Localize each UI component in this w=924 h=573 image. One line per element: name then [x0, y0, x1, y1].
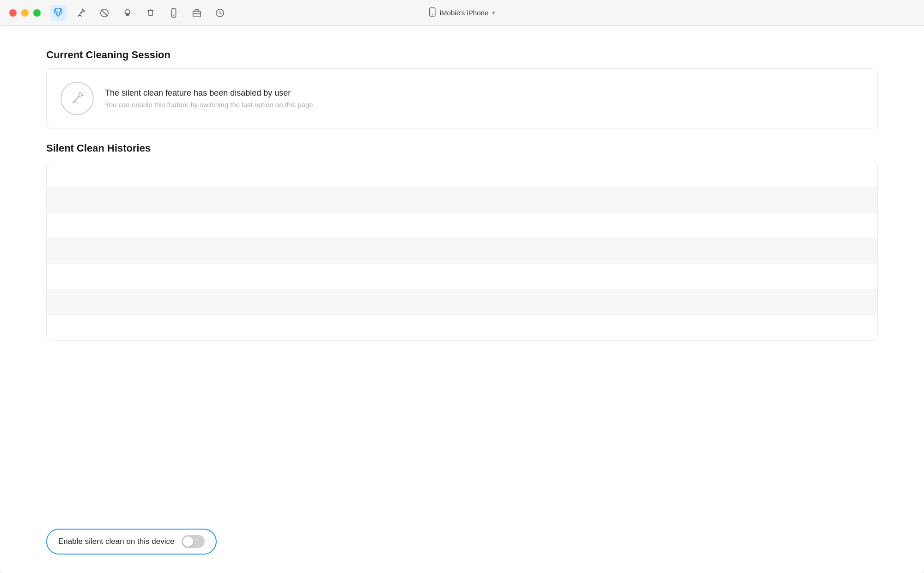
device-name-display: iMobie's iPhone ▾ — [429, 7, 495, 18]
current-session-section: Current Cleaning Session The silent clea… — [46, 49, 878, 128]
current-session-title: Current Cleaning Session — [46, 49, 878, 61]
histories-title: Silent Clean Histories — [46, 142, 878, 154]
traffic-lights — [9, 9, 41, 17]
status-main-text: The silent clean feature has been disabl… — [105, 88, 315, 98]
table-row — [47, 315, 877, 340]
main-content: Current Cleaning Session The silent clea… — [0, 26, 924, 573]
face-mask-icon[interactable] — [119, 5, 136, 21]
toggle-label: Enable silent clean on this device — [58, 537, 174, 546]
bucket-icon[interactable] — [142, 5, 159, 21]
privacy-icon[interactable] — [96, 5, 113, 21]
enable-silent-clean-toggle[interactable] — [182, 535, 205, 548]
enable-silent-clean-container[interactable]: Enable silent clean on this device — [46, 529, 217, 555]
table-row — [47, 162, 877, 188]
status-card: The silent clean feature has been disabl… — [46, 68, 878, 128]
history-icon[interactable] — [212, 5, 228, 21]
histories-table — [46, 162, 878, 341]
svg-line-1 — [101, 10, 108, 16]
clean-tool-icon[interactable] — [73, 5, 90, 21]
table-row — [47, 188, 877, 213]
phone-icon — [429, 7, 436, 18]
maximize-button[interactable] — [33, 9, 41, 17]
titlebar: iMobie's iPhone ▾ — [0, 0, 924, 26]
briefcase-icon[interactable] — [188, 5, 205, 21]
histories-section: Silent Clean Histories — [46, 142, 878, 341]
toolbar — [50, 5, 228, 21]
airdrop-icon[interactable] — [50, 5, 67, 21]
app-window: iMobie's iPhone ▾ Current Cleaning Sessi… — [0, 0, 924, 573]
status-sub-text: You can enable this feature by switching… — [105, 101, 315, 109]
close-button[interactable] — [9, 9, 17, 17]
device-name: iMobie's iPhone — [440, 9, 488, 17]
table-row — [47, 213, 877, 238]
table-row — [47, 238, 877, 264]
broom-icon — [61, 82, 94, 115]
status-text-block: The silent clean feature has been disabl… — [105, 88, 315, 109]
table-row — [47, 289, 877, 315]
minimize-button[interactable] — [21, 9, 29, 17]
chevron-down-icon[interactable]: ▾ — [492, 9, 495, 16]
table-row — [47, 264, 877, 289]
phone-device-icon[interactable] — [165, 5, 182, 21]
toggle-section: Enable silent clean on this device — [46, 524, 878, 555]
